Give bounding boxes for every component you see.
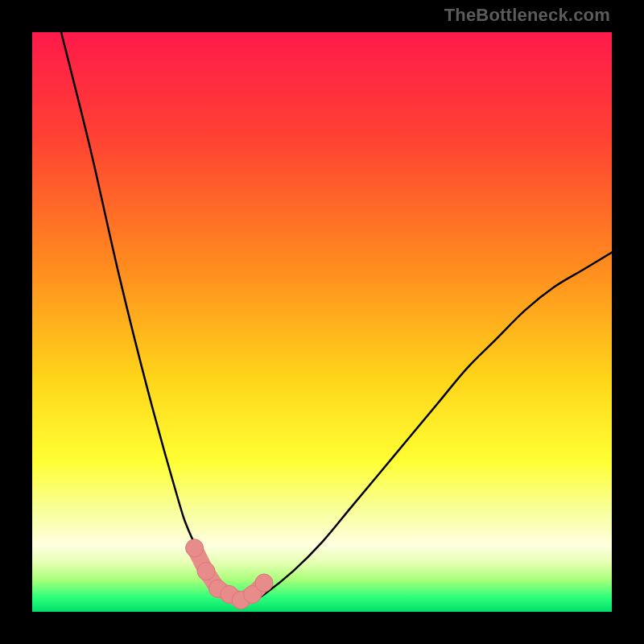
marker-dot <box>186 539 204 557</box>
marker-dot <box>197 563 215 580</box>
marker-group <box>186 539 273 609</box>
plot-area <box>32 32 612 612</box>
bottleneck-curve <box>61 32 612 601</box>
marker-dot <box>255 574 273 592</box>
outer-frame: TheBottleneck.com <box>0 0 644 644</box>
watermark-text: TheBottleneck.com <box>444 5 610 26</box>
chart-svg <box>32 32 612 612</box>
